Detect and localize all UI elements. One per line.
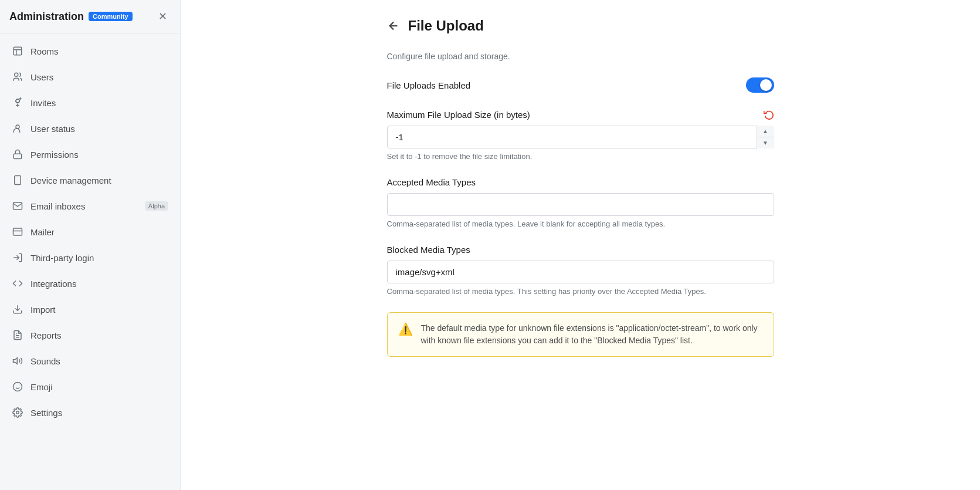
file-uploads-enabled-row: File Uploads Enabled [387, 77, 774, 93]
sidebar-item-import[interactable]: Import [0, 296, 180, 322]
sidebar-item-users-label: Users [30, 72, 168, 82]
spinner-buttons: ▲ ▼ [757, 126, 774, 148]
sidebar-nav: Rooms Users Invites [0, 33, 180, 430]
warning-text: The default media type for unknown file … [421, 322, 763, 347]
sidebar-item-user-status[interactable]: User status [0, 116, 180, 141]
max-file-size-reset-button[interactable] [764, 109, 774, 120]
svg-rect-0 [13, 47, 22, 55]
email-inboxes-icon [12, 200, 23, 212]
sidebar-item-user-status-label: User status [30, 124, 168, 134]
sidebar-item-integrations[interactable]: Integrations [0, 271, 180, 296]
third-party-login-icon [12, 252, 23, 263]
sidebar-item-permissions[interactable]: Permissions [0, 141, 180, 167]
main-content: File Upload Configure file upload and st… [181, 0, 980, 490]
sidebar-item-mailer[interactable]: Mailer [0, 219, 180, 245]
warning-icon: ⚠️ [398, 322, 413, 347]
accepted-media-types-hint: Comma-separated list of media types. Lea… [387, 219, 774, 228]
emoji-icon [12, 381, 23, 393]
file-uploads-enabled-setting: File Uploads Enabled [387, 77, 774, 93]
settings-icon [12, 407, 23, 418]
sidebar-item-users[interactable]: Users [0, 64, 180, 90]
warning-box: ⚠️ The default media type for unknown fi… [387, 312, 774, 357]
integrations-icon [12, 278, 23, 289]
file-uploads-enabled-label: File Uploads Enabled [387, 80, 471, 90]
blocked-media-types-hint: Comma-separated list of media types. Thi… [387, 287, 774, 296]
svg-point-14 [13, 383, 22, 391]
toggle-slider [746, 77, 774, 93]
spinner-up-button[interactable]: ▲ [757, 126, 774, 137]
sidebar-item-device-management-label: Device management [30, 175, 168, 185]
blocked-media-types-setting: Blocked Media Types Comma-separated list… [387, 245, 774, 296]
blocked-media-types-label: Blocked Media Types [387, 245, 470, 255]
close-button[interactable]: ✕ [154, 8, 171, 25]
sidebar-item-device-management[interactable]: Device management [0, 167, 180, 193]
sidebar-item-sounds-label: Sounds [30, 356, 168, 366]
max-file-size-input[interactable] [387, 126, 774, 148]
sidebar-item-sounds[interactable]: Sounds [0, 348, 180, 374]
max-file-size-setting: Maximum File Upload Size (in bytes) ▲ ▼ … [387, 109, 774, 161]
sidebar-item-permissions-label: Permissions [30, 150, 168, 160]
sidebar-item-rooms-label: Rooms [30, 46, 168, 56]
rooms-icon [12, 45, 23, 57]
accepted-media-types-label-row: Accepted Media Types [387, 177, 774, 187]
blocked-media-types-input[interactable] [387, 261, 774, 283]
max-file-size-hint: Set it to -1 to remove the file size lim… [387, 152, 774, 161]
sidebar-title: Administration [9, 11, 84, 23]
svg-marker-13 [13, 358, 18, 364]
sidebar-item-third-party-login-label: Third-party login [30, 253, 168, 263]
sidebar-item-settings-label: Settings [30, 408, 168, 418]
file-uploads-enabled-toggle[interactable] [746, 77, 774, 93]
svg-point-4 [16, 125, 19, 129]
svg-point-1 [15, 73, 18, 76]
svg-point-3 [16, 99, 19, 103]
sidebar-item-third-party-login[interactable]: Third-party login [0, 245, 180, 271]
max-file-size-label-row: Maximum File Upload Size (in bytes) [387, 109, 774, 120]
sidebar-item-import-label: Import [30, 305, 168, 315]
page-subtitle: Configure file upload and storage. [387, 52, 774, 61]
svg-point-17 [16, 411, 19, 414]
reports-icon [12, 329, 23, 341]
page-title: File Upload [408, 18, 484, 34]
back-button[interactable] [387, 19, 400, 32]
sidebar-item-reports-label: Reports [30, 330, 168, 340]
permissions-icon [12, 148, 23, 160]
sidebar-header-left: Administration Community [9, 11, 133, 23]
accepted-media-types-label: Accepted Media Types [387, 177, 476, 187]
community-badge: Community [89, 12, 133, 21]
max-file-size-input-wrapper: ▲ ▼ [387, 126, 774, 148]
sidebar-item-email-inboxes-label: Email inboxes [30, 201, 138, 211]
sidebar-item-invites[interactable]: Invites [0, 90, 180, 116]
sidebar-item-emoji-label: Emoji [30, 382, 168, 392]
sidebar-item-invites-label: Invites [30, 98, 168, 108]
sidebar-item-mailer-label: Mailer [30, 227, 168, 237]
page-header: File Upload [387, 18, 774, 34]
sidebar-item-integrations-label: Integrations [30, 279, 168, 289]
sidebar: Administration Community ✕ Rooms Users [0, 0, 181, 490]
users-icon [12, 71, 23, 83]
sidebar-item-rooms[interactable]: Rooms [0, 38, 180, 64]
mailer-icon [12, 226, 23, 238]
accepted-media-types-setting: Accepted Media Types Comma-separated lis… [387, 177, 774, 228]
sidebar-header: Administration Community ✕ [0, 0, 180, 33]
spinner-down-button[interactable]: ▼ [757, 137, 774, 148]
sounds-icon [12, 355, 23, 367]
device-management-icon [12, 174, 23, 186]
invites-icon [12, 97, 23, 109]
user-status-icon [12, 123, 23, 134]
max-file-size-label: Maximum File Upload Size (in bytes) [387, 110, 530, 120]
import-icon [12, 303, 23, 315]
sidebar-item-emoji[interactable]: Emoji [0, 374, 180, 400]
accepted-media-types-input[interactable] [387, 193, 774, 216]
email-inboxes-alpha-badge: Alpha [145, 201, 168, 211]
sidebar-item-reports[interactable]: Reports [0, 322, 180, 348]
content-wrap: File Upload Configure file upload and st… [387, 18, 774, 357]
sidebar-item-settings[interactable]: Settings [0, 400, 180, 425]
blocked-media-types-label-row: Blocked Media Types [387, 245, 774, 255]
svg-rect-5 [13, 154, 22, 158]
sidebar-item-email-inboxes[interactable]: Email inboxes Alpha [0, 193, 180, 219]
